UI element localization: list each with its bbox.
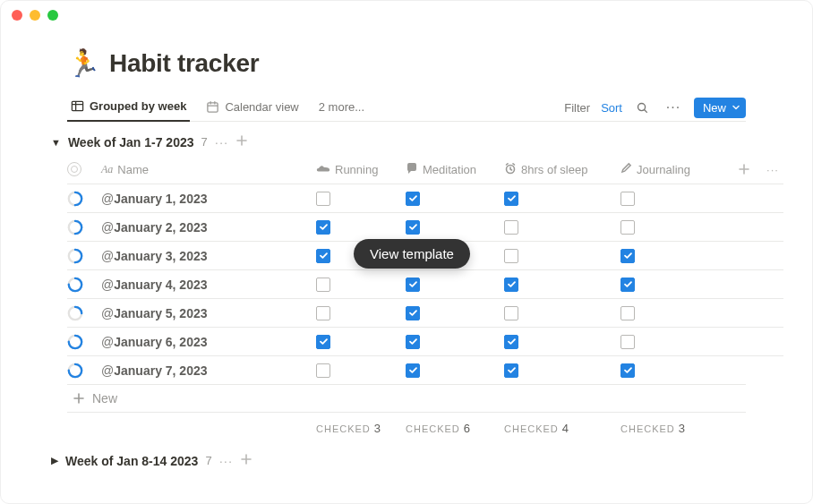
column-meditation[interactable]: Meditation xyxy=(406,162,504,177)
checkbox[interactable] xyxy=(620,306,635,320)
checkbox[interactable] xyxy=(620,278,635,292)
table-row[interactable]: @January 4, 2023 xyxy=(67,269,746,298)
checkbox[interactable] xyxy=(316,278,330,292)
caret-right-icon[interactable]: ▶ xyxy=(51,455,58,466)
checkbox[interactable] xyxy=(406,192,420,206)
column-progress-icon[interactable] xyxy=(67,162,101,176)
minimize-window-icon[interactable] xyxy=(30,10,40,21)
checkbox[interactable] xyxy=(316,192,330,206)
row-name[interactable]: @January 6, 2023 xyxy=(101,327,316,355)
new-row-button[interactable]: New xyxy=(67,384,746,413)
cell-running[interactable] xyxy=(316,298,406,327)
cell-meditation[interactable] xyxy=(406,184,504,212)
page-title[interactable]: Habit tracker xyxy=(109,49,259,78)
checkbox[interactable] xyxy=(620,249,635,263)
row-name[interactable]: @January 3, 2023 xyxy=(101,241,316,269)
cell-sleep[interactable] xyxy=(504,212,620,241)
checkbox[interactable] xyxy=(504,335,518,349)
cell-journaling[interactable] xyxy=(620,269,726,298)
cell-meditation[interactable] xyxy=(406,327,504,355)
group-header[interactable]: ▼ Week of Jan 1-7 2023 7 ··· xyxy=(51,134,746,149)
group-more-icon[interactable]: ··· xyxy=(215,134,229,149)
group-add-icon[interactable] xyxy=(240,453,252,468)
checkbox[interactable] xyxy=(316,335,330,349)
cell-running[interactable] xyxy=(316,327,406,355)
cell-meditation[interactable] xyxy=(406,355,504,384)
checkbox[interactable] xyxy=(316,363,330,378)
column-journaling[interactable]: Journaling xyxy=(620,162,726,176)
checkbox[interactable] xyxy=(504,192,518,206)
group-more-icon[interactable]: ··· xyxy=(219,453,234,468)
checkbox[interactable] xyxy=(504,363,518,378)
tab-more-views[interactable]: 2 more... xyxy=(315,95,368,121)
add-column-button[interactable] xyxy=(726,163,762,175)
maximize-window-icon[interactable] xyxy=(47,10,58,21)
checkbox[interactable] xyxy=(316,306,330,320)
sort-button[interactable]: Sort xyxy=(601,101,622,115)
filter-button[interactable]: Filter xyxy=(564,101,590,115)
more-icon[interactable]: ··· xyxy=(663,98,683,117)
cell-running[interactable] xyxy=(316,212,406,241)
tab-calendar-view[interactable]: Calendar view xyxy=(202,95,302,121)
cell-journaling[interactable] xyxy=(620,241,726,269)
group-count: 7 xyxy=(201,135,208,149)
checkbox[interactable] xyxy=(316,249,330,263)
checkbox[interactable] xyxy=(316,220,330,235)
cell-meditation[interactable] xyxy=(406,298,504,327)
checkbox[interactable] xyxy=(406,220,420,235)
column-sleep[interactable]: 8hrs of sleep xyxy=(504,162,620,177)
cell-journaling[interactable] xyxy=(620,327,726,355)
checkbox[interactable] xyxy=(406,306,420,320)
row-name[interactable]: @January 5, 2023 xyxy=(101,298,316,327)
cell-sleep[interactable] xyxy=(504,298,620,327)
group-add-icon[interactable] xyxy=(235,134,248,149)
progress-ring-icon xyxy=(67,334,83,350)
checkbox[interactable] xyxy=(504,278,518,292)
cell-journaling[interactable] xyxy=(620,184,726,212)
column-running[interactable]: Running xyxy=(316,163,406,176)
table-row[interactable]: @January 6, 2023 xyxy=(67,327,746,355)
table-more-icon[interactable]: ··· xyxy=(762,163,783,176)
tab-grouped-by-week[interactable]: Grouped by week xyxy=(67,94,190,122)
view-template-pill[interactable]: View template xyxy=(354,239,470,269)
cell-journaling[interactable] xyxy=(620,355,726,384)
cell-sleep[interactable] xyxy=(504,241,620,269)
cell-sleep[interactable] xyxy=(504,327,620,355)
checkbox[interactable] xyxy=(504,220,518,235)
cell-sleep[interactable] xyxy=(504,355,620,384)
page-icon[interactable]: 🏃 xyxy=(67,50,100,77)
close-window-icon[interactable] xyxy=(12,10,22,21)
table-row[interactable]: @January 2, 2023 xyxy=(67,212,746,241)
cell-journaling[interactable] xyxy=(620,212,726,241)
cell-meditation[interactable] xyxy=(406,269,504,298)
checkbox[interactable] xyxy=(504,249,518,263)
search-icon[interactable] xyxy=(633,98,653,117)
checkbox[interactable] xyxy=(620,220,635,235)
checkbox[interactable] xyxy=(504,306,518,320)
group-header[interactable]: ▶ Week of Jan 8-14 2023 7 ··· xyxy=(51,453,746,468)
checkbox[interactable] xyxy=(620,363,635,378)
row-name[interactable]: @January 4, 2023 xyxy=(101,269,316,298)
cell-running[interactable] xyxy=(316,355,406,384)
checkbox[interactable] xyxy=(620,335,635,349)
table-row[interactable]: @January 1, 2023 xyxy=(67,184,746,212)
checkbox[interactable] xyxy=(406,278,420,292)
new-button[interactable]: New xyxy=(694,98,746,118)
column-name[interactable]: Aa Name xyxy=(101,163,316,176)
calendar-icon xyxy=(206,100,219,114)
cell-meditation[interactable] xyxy=(406,212,504,241)
table-row[interactable]: @January 7, 2023 xyxy=(67,355,746,384)
cell-running[interactable] xyxy=(316,184,406,212)
checkbox[interactable] xyxy=(406,363,420,378)
cell-sleep[interactable] xyxy=(504,269,620,298)
caret-down-icon[interactable]: ▼ xyxy=(51,137,61,148)
cell-journaling[interactable] xyxy=(620,298,726,327)
row-name[interactable]: @January 2, 2023 xyxy=(101,212,316,241)
cell-sleep[interactable] xyxy=(504,184,620,212)
cell-running[interactable] xyxy=(316,269,406,298)
table-row[interactable]: @January 5, 2023 xyxy=(67,298,746,327)
row-name[interactable]: @January 7, 2023 xyxy=(101,355,316,384)
checkbox[interactable] xyxy=(620,192,635,206)
checkbox[interactable] xyxy=(406,335,420,349)
row-name[interactable]: @January 1, 2023 xyxy=(101,184,316,212)
